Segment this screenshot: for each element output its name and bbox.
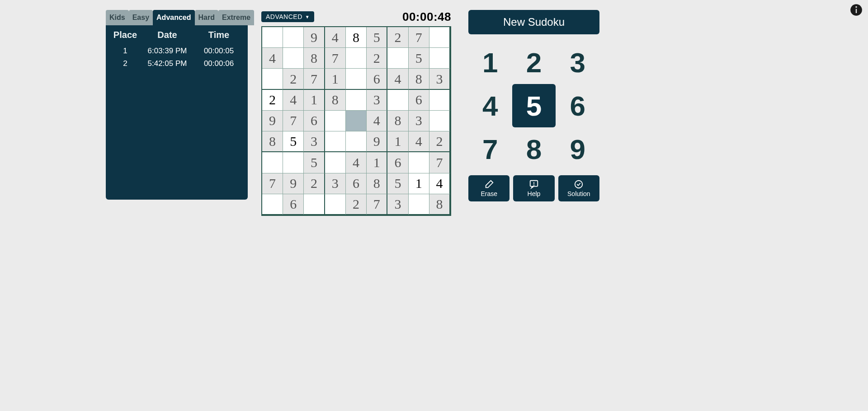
cell-r5-c5[interactable]: 9 (367, 131, 387, 152)
cell-r2-c0[interactable] (262, 69, 283, 89)
cell-r3-c1[interactable]: 4 (283, 90, 304, 111)
cell-r4-c4[interactable] (346, 111, 367, 131)
cell-r6-c8[interactable]: 7 (429, 152, 450, 173)
cell-r4-c1[interactable]: 7 (283, 111, 304, 131)
number-6[interactable]: 6 (556, 84, 599, 127)
new-sudoku-button[interactable]: New Sudoku (468, 10, 599, 34)
cell-r5-c2[interactable]: 3 (304, 131, 325, 152)
cell-r2-c2[interactable]: 7 (304, 69, 325, 89)
cell-r8-c4[interactable]: 2 (346, 194, 367, 215)
number-2[interactable]: 2 (512, 41, 556, 84)
cell-r1-c3[interactable]: 7 (325, 48, 346, 69)
cell-r4-c3[interactable] (325, 111, 346, 131)
cell-r6-c0[interactable] (262, 152, 283, 173)
cell-r7-c3[interactable]: 3 (325, 173, 346, 194)
cell-r7-c4[interactable]: 6 (346, 173, 367, 194)
cell-r7-c1[interactable]: 9 (283, 173, 304, 194)
cell-r0-c7[interactable]: 7 (409, 27, 429, 48)
cell-r8-c5[interactable]: 7 (367, 194, 387, 215)
number-4[interactable]: 4 (468, 84, 512, 127)
cell-r2-c8[interactable]: 3 (429, 69, 450, 89)
cell-r1-c2[interactable]: 8 (304, 48, 325, 69)
cell-r1-c6[interactable] (387, 48, 408, 69)
number-3[interactable]: 3 (556, 41, 599, 84)
cell-r2-c7[interactable]: 8 (409, 69, 429, 89)
info-icon[interactable] (850, 4, 863, 16)
number-9[interactable]: 9 (556, 127, 599, 171)
cell-r1-c8[interactable] (429, 48, 450, 69)
cell-r6-c4[interactable]: 4 (346, 152, 367, 173)
cell-r6-c1[interactable] (283, 152, 304, 173)
cell-r0-c4[interactable]: 8 (346, 27, 367, 48)
tab-hard[interactable]: Hard (195, 10, 218, 25)
cell-r2-c3[interactable]: 1 (325, 69, 346, 89)
cell-r0-c0[interactable] (262, 27, 283, 48)
cell-r6-c2[interactable]: 5 (304, 152, 325, 173)
cell-r3-c2[interactable]: 1 (304, 90, 325, 111)
solution-button[interactable]: Solution (558, 175, 599, 201)
cell-r3-c8[interactable] (429, 90, 450, 111)
cell-r4-c0[interactable]: 9 (262, 111, 283, 131)
cell-r3-c3[interactable]: 8 (325, 90, 346, 111)
cell-r0-c5[interactable]: 5 (367, 27, 387, 48)
cell-r2-c4[interactable] (346, 69, 367, 89)
cell-r5-c8[interactable]: 2 (429, 131, 450, 152)
cell-r8-c2[interactable] (304, 194, 325, 215)
cell-r2-c6[interactable]: 4 (387, 69, 408, 89)
cell-r4-c2[interactable]: 6 (304, 111, 325, 131)
cell-r7-c0[interactable]: 7 (262, 173, 283, 194)
number-5[interactable]: 5 (512, 84, 556, 127)
cell-r8-c0[interactable] (262, 194, 283, 215)
cell-r7-c2[interactable]: 2 (304, 173, 325, 194)
cell-r8-c1[interactable]: 6 (283, 194, 304, 215)
cell-r7-c5[interactable]: 8 (367, 173, 387, 194)
cell-r8-c6[interactable]: 3 (387, 194, 408, 215)
cell-r4-c5[interactable]: 4 (367, 111, 387, 131)
cell-r3-c5[interactable]: 3 (367, 90, 387, 111)
difficulty-dropdown[interactable]: ADVANCED ▼ (261, 11, 314, 22)
cell-r6-c6[interactable]: 6 (387, 152, 408, 173)
cell-r2-c1[interactable]: 2 (283, 69, 304, 89)
cell-r5-c4[interactable] (346, 131, 367, 152)
help-button[interactable]: Help (513, 175, 554, 201)
number-8[interactable]: 8 (512, 127, 556, 171)
cell-r8-c7[interactable] (409, 194, 429, 215)
tab-kids[interactable]: Kids (106, 10, 129, 25)
cell-r0-c6[interactable]: 2 (387, 27, 408, 48)
cell-r2-c5[interactable]: 6 (367, 69, 387, 89)
cell-r1-c5[interactable]: 2 (367, 48, 387, 69)
tab-easy[interactable]: Easy (129, 10, 153, 25)
cell-r5-c7[interactable]: 4 (409, 131, 429, 152)
cell-r4-c6[interactable]: 8 (387, 111, 408, 131)
cell-r6-c7[interactable] (409, 152, 429, 173)
tab-advanced[interactable]: Advanced (153, 10, 194, 25)
number-1[interactable]: 1 (468, 41, 512, 84)
cell-r5-c3[interactable] (325, 131, 346, 152)
cell-r0-c3[interactable]: 4 (325, 27, 346, 48)
cell-r7-c7[interactable]: 1 (409, 173, 429, 194)
cell-r3-c6[interactable] (387, 90, 408, 111)
cell-r0-c8[interactable] (429, 27, 450, 48)
cell-r6-c5[interactable]: 1 (367, 152, 387, 173)
cell-r5-c1[interactable]: 5 (283, 131, 304, 152)
cell-r7-c8[interactable]: 4 (429, 173, 450, 194)
cell-r3-c4[interactable] (346, 90, 367, 111)
number-7[interactable]: 7 (468, 127, 512, 171)
cell-r1-c7[interactable]: 5 (409, 48, 429, 69)
cell-r4-c8[interactable] (429, 111, 450, 131)
cell-r1-c4[interactable] (346, 48, 367, 69)
cell-r7-c6[interactable]: 5 (387, 173, 408, 194)
cell-r5-c6[interactable]: 1 (387, 131, 408, 152)
tab-extreme[interactable]: Extreme (218, 10, 254, 25)
cell-r6-c3[interactable] (325, 152, 346, 173)
cell-r1-c0[interactable]: 4 (262, 48, 283, 69)
cell-r4-c7[interactable]: 3 (409, 111, 429, 131)
erase-button[interactable]: Erase (468, 175, 509, 201)
cell-r0-c2[interactable]: 9 (304, 27, 325, 48)
cell-r3-c7[interactable]: 6 (409, 90, 429, 111)
cell-r8-c3[interactable] (325, 194, 346, 215)
cell-r8-c8[interactable]: 8 (429, 194, 450, 215)
cell-r0-c1[interactable] (283, 27, 304, 48)
cell-r3-c0[interactable]: 2 (262, 90, 283, 111)
cell-r5-c0[interactable]: 8 (262, 131, 283, 152)
